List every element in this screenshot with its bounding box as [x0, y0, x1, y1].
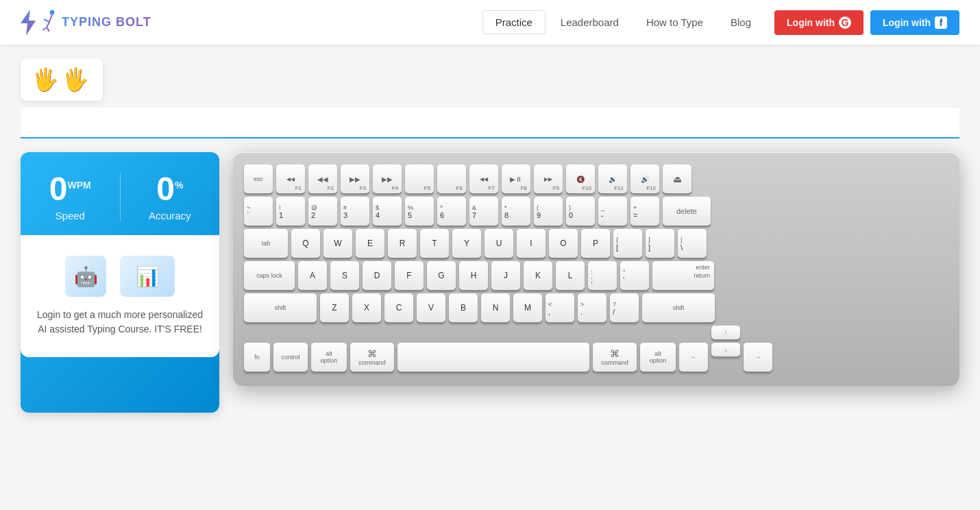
- hands-icon: 🖐️🖐️: [32, 66, 92, 93]
- key-x[interactable]: X: [352, 293, 381, 322]
- key-f10[interactable]: 🔇F10: [566, 165, 595, 193]
- nav-practice[interactable]: Practice: [482, 10, 546, 34]
- key-5[interactable]: %5: [405, 197, 434, 226]
- key-enter[interactable]: enterreturn: [652, 261, 714, 290]
- key-f9[interactable]: ▶▶F9: [534, 165, 563, 193]
- login-facebook-button[interactable]: Login with f: [870, 10, 959, 35]
- stats-bottom: 🤖 📊 Login to get a much more personalize…: [21, 235, 219, 357]
- key-k[interactable]: K: [524, 261, 552, 290]
- header: TYPING BOLT Practice Leaderboard How to …: [0, 0, 980, 45]
- key-f[interactable]: F: [395, 261, 424, 290]
- nav-leaderboard[interactable]: Leaderboard: [548, 11, 631, 34]
- key-lalt[interactable]: altoption: [311, 343, 347, 372]
- nav-how-to-type[interactable]: How to Type: [634, 11, 715, 34]
- key-q[interactable]: Q: [291, 229, 320, 258]
- key-f5[interactable]: F5: [405, 165, 434, 193]
- nav-blog[interactable]: Blog: [718, 11, 763, 34]
- key-down[interactable]: ↓: [711, 343, 740, 356]
- key-y[interactable]: Y: [452, 229, 481, 258]
- key-e[interactable]: E: [356, 229, 384, 258]
- key-t[interactable]: T: [420, 229, 449, 258]
- speed-block: 0WPM Speed: [21, 173, 120, 221]
- key-left[interactable]: ←: [679, 343, 708, 372]
- key-quote[interactable]: "': [620, 261, 649, 290]
- key-minus[interactable]: _-: [598, 197, 627, 226]
- key-f3[interactable]: ▶▶F3: [341, 165, 369, 193]
- key-period[interactable]: >.: [578, 293, 607, 322]
- key-z[interactable]: Z: [320, 293, 349, 322]
- key-u[interactable]: U: [485, 229, 513, 258]
- promo-icons: 🤖 📊: [34, 256, 206, 297]
- asdf-row: caps lock A S D F G H J K L :; "' enterr…: [244, 261, 948, 290]
- key-space[interactable]: [397, 343, 589, 372]
- key-c[interactable]: C: [384, 293, 413, 322]
- key-0[interactable]: )0: [566, 197, 595, 226]
- key-slash[interactable]: ?/: [610, 293, 639, 322]
- key-rbracket[interactable]: }]: [646, 229, 674, 258]
- typing-input[interactable]: [21, 108, 959, 138]
- key-r[interactable]: R: [388, 229, 417, 258]
- key-fn[interactable]: fn: [244, 343, 270, 372]
- key-control[interactable]: control: [273, 343, 308, 372]
- key-delete[interactable]: delete: [663, 197, 711, 226]
- arrow-cluster: ↑ ← ↓ →: [679, 326, 772, 372]
- logo[interactable]: TYPING BOLT: [21, 10, 151, 36]
- key-f12[interactable]: 🔊F12: [630, 165, 659, 193]
- key-lbracket[interactable]: {[: [613, 229, 642, 258]
- key-backtick[interactable]: ~`: [244, 197, 273, 226]
- key-a[interactable]: A: [298, 261, 327, 290]
- key-b[interactable]: B: [449, 293, 478, 322]
- key-4[interactable]: $4: [373, 197, 402, 226]
- key-f11[interactable]: 🔉F11: [598, 165, 627, 193]
- key-f7[interactable]: ◀◀F7: [469, 165, 498, 193]
- key-rshift[interactable]: shift: [642, 293, 715, 322]
- key-semicolon[interactable]: :;: [588, 261, 617, 290]
- key-p[interactable]: P: [581, 229, 610, 258]
- main-nav: Practice Leaderboard How to Type Blog Lo…: [482, 10, 959, 35]
- key-rcmd[interactable]: ⌘command: [593, 343, 637, 372]
- facebook-icon: f: [935, 16, 947, 29]
- key-w[interactable]: W: [323, 229, 352, 258]
- key-8[interactable]: *8: [502, 197, 530, 226]
- key-n[interactable]: N: [481, 293, 510, 322]
- key-1[interactable]: !1: [276, 197, 305, 226]
- login-google-button[interactable]: Login with G: [774, 10, 863, 35]
- svg-line-6: [47, 27, 49, 32]
- key-right[interactable]: →: [744, 343, 772, 372]
- key-2[interactable]: @2: [308, 197, 337, 226]
- key-g[interactable]: G: [427, 261, 456, 290]
- runner-icon: [40, 10, 58, 36]
- key-9[interactable]: (9: [534, 197, 563, 226]
- key-7[interactable]: &7: [469, 197, 498, 226]
- key-lcmd[interactable]: ⌘command: [350, 343, 394, 372]
- key-f6[interactable]: F6: [437, 165, 466, 193]
- key-eject[interactable]: ⏏: [663, 165, 691, 193]
- key-up[interactable]: ↑: [711, 326, 740, 339]
- key-o[interactable]: O: [549, 229, 578, 258]
- key-d[interactable]: D: [363, 261, 391, 290]
- key-h[interactable]: H: [459, 261, 488, 290]
- key-comma[interactable]: <,: [546, 293, 574, 322]
- key-backslash[interactable]: |\: [678, 229, 707, 258]
- key-i[interactable]: I: [517, 229, 546, 258]
- key-m[interactable]: M: [513, 293, 542, 322]
- key-l[interactable]: L: [556, 261, 585, 290]
- promo-text: Login to get a much more personalized AI…: [34, 308, 206, 337]
- key-lshift[interactable]: shift: [244, 293, 317, 322]
- key-f1[interactable]: ◀◀F1: [276, 165, 305, 193]
- key-s[interactable]: S: [330, 261, 359, 290]
- chart-icon: 📊: [120, 256, 175, 297]
- key-equals[interactable]: +=: [630, 197, 659, 226]
- key-f4[interactable]: ▶▶F4: [373, 165, 402, 193]
- key-ralt[interactable]: altoption: [640, 343, 676, 372]
- key-capslock[interactable]: caps lock: [244, 261, 295, 290]
- key-j[interactable]: J: [491, 261, 520, 290]
- key-3[interactable]: #3: [341, 197, 369, 226]
- svg-line-2: [49, 14, 52, 22]
- key-esc[interactable]: esc: [244, 165, 273, 193]
- key-f2[interactable]: ◀◀F2: [308, 165, 337, 193]
- key-6[interactable]: ^6: [437, 197, 466, 226]
- key-v[interactable]: V: [417, 293, 445, 322]
- key-tab[interactable]: tab: [244, 229, 288, 258]
- key-f8[interactable]: ▶⏸F8: [502, 165, 530, 193]
